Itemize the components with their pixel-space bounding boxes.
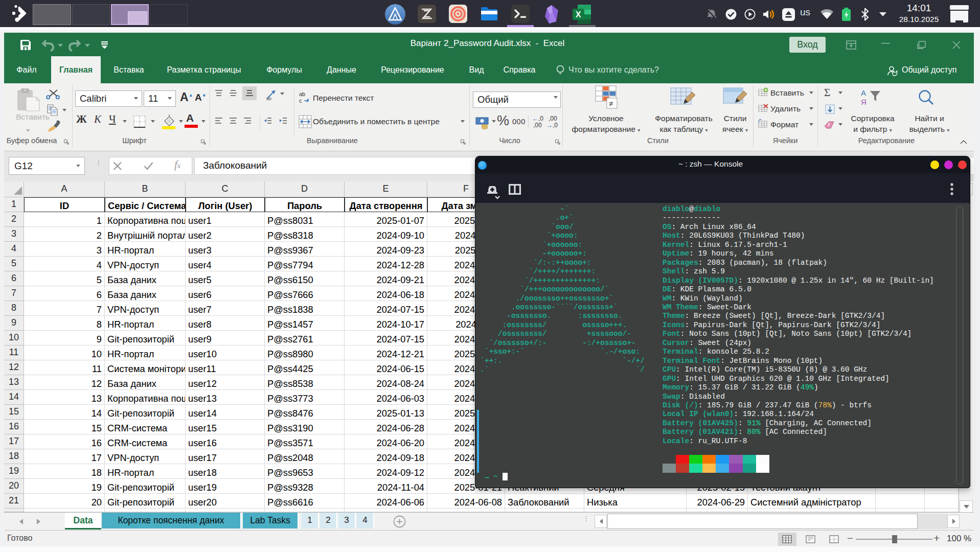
svg-text:ab: ab xyxy=(299,91,305,97)
svg-text:Я: Я xyxy=(861,98,867,106)
svg-text:X: X xyxy=(576,10,581,19)
svg-text:c: c xyxy=(299,98,302,104)
svg-text:→,0: →,0 xyxy=(546,122,558,129)
svg-text:ab: ab xyxy=(266,96,271,101)
svg-text:А: А xyxy=(861,88,866,97)
svg-text:,00: ,00 xyxy=(533,122,542,129)
svg-text:≠: ≠ xyxy=(609,99,613,108)
